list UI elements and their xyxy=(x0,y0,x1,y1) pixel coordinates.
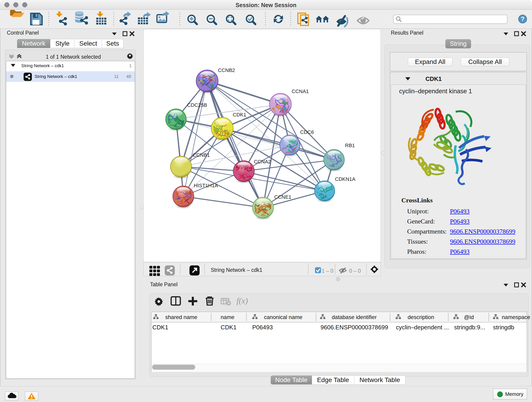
svg-text:CDC6: CDC6 xyxy=(300,129,314,135)
svg-text:CCNB2: CCNB2 xyxy=(218,67,235,73)
svg-text:CCNB1: CCNB1 xyxy=(193,152,210,158)
svg-text:0 – 0: 0 – 0 xyxy=(349,268,361,274)
svg-text:CDKN1A: CDKN1A xyxy=(335,176,355,182)
svg-text:CCNE1: CCNE1 xyxy=(274,194,291,200)
svg-text:CDC25B: CDC25B xyxy=(187,102,207,108)
svg-text:CCNA1: CCNA1 xyxy=(292,89,309,94)
svg-text:CCNA2: CCNA2 xyxy=(254,159,271,165)
svg-text:1 – 0: 1 – 0 xyxy=(322,268,333,274)
svg-text:f(x): f(x) xyxy=(236,296,248,305)
svg-text:RB1: RB1 xyxy=(345,143,355,148)
svg-text:CDK1: CDK1 xyxy=(233,112,246,118)
svg-text:HIST1H1A: HIST1H1A xyxy=(194,183,218,188)
